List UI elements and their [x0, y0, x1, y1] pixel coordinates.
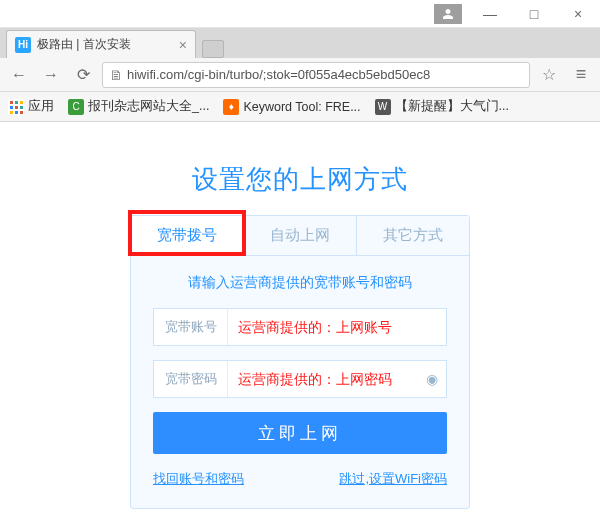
- bookmark-label: Keyword Tool: FRE...: [243, 100, 360, 114]
- address-text: hiwifi.com/cgi-bin/turbo/;stok=0f055a4ec…: [127, 67, 430, 82]
- browser-toolbar: ← → ⟳ 🗎 hiwifi.com/cgi-bin/turbo/;stok=0…: [0, 58, 600, 92]
- account-label: 宽带账号: [154, 309, 228, 345]
- tab-dhcp[interactable]: 自动上网: [244, 216, 357, 256]
- new-tab-button[interactable]: [202, 40, 224, 58]
- back-button[interactable]: ←: [6, 62, 32, 88]
- tab-close-icon[interactable]: ×: [179, 37, 187, 53]
- bookmarks-bar: 应用 C 报刊杂志网站大全_... ♦ Keyword Tool: FRE...…: [0, 92, 600, 122]
- bookmark-label: 报刊杂志网站大全_...: [88, 98, 209, 115]
- apps-label: 应用: [28, 98, 54, 115]
- bookmark-item[interactable]: ♦ Keyword Tool: FRE...: [223, 99, 360, 115]
- bookmark-item[interactable]: W 【新提醒】大气门...: [375, 98, 509, 115]
- browser-tab[interactable]: Hi 极路由 | 首次安装 ×: [6, 30, 196, 58]
- window-titlebar: — □ ×: [0, 0, 600, 28]
- forward-button[interactable]: →: [38, 62, 64, 88]
- bookmark-label: 【新提醒】大气门...: [395, 98, 509, 115]
- password-label: 宽带密码: [154, 361, 228, 397]
- bookmark-star-icon[interactable]: ☆: [536, 62, 562, 88]
- account-field: 宽带账号: [153, 308, 447, 346]
- window-close-button[interactable]: ×: [556, 0, 600, 28]
- apps-icon: [8, 99, 24, 115]
- connection-tabs: 宽带拨号 自动上网 其它方式: [131, 216, 469, 256]
- setup-card: 宽带拨号 自动上网 其它方式 请输入运营商提供的宽带账号和密码 宽带账号 宽带密…: [130, 215, 470, 509]
- password-input[interactable]: [228, 361, 446, 397]
- tab-title: 极路由 | 首次安装: [37, 36, 131, 53]
- bookmark-icon: C: [68, 99, 84, 115]
- footer-links: 找回账号和密码 跳过,设置WiFi密码: [153, 470, 447, 488]
- window-maximize-button[interactable]: □: [512, 0, 556, 28]
- form-hint: 请输入运营商提供的宽带账号和密码: [188, 274, 412, 292]
- bookmark-icon: ♦: [223, 99, 239, 115]
- account-input[interactable]: [228, 309, 446, 345]
- apps-shortcut[interactable]: 应用: [8, 98, 54, 115]
- page-title: 设置您的上网方式: [192, 162, 408, 197]
- connect-button[interactable]: 立即上网: [153, 412, 447, 454]
- window-minimize-button[interactable]: —: [468, 0, 512, 28]
- recover-account-link[interactable]: 找回账号和密码: [153, 470, 244, 488]
- tab-other[interactable]: 其它方式: [357, 216, 469, 256]
- browser-tabstrip: Hi 极路由 | 首次安装 ×: [0, 28, 600, 58]
- password-field: 宽带密码 ◉: [153, 360, 447, 398]
- address-bar[interactable]: 🗎 hiwifi.com/cgi-bin/turbo/;stok=0f055a4…: [102, 62, 530, 88]
- bookmark-icon: W: [375, 99, 391, 115]
- skip-setup-link[interactable]: 跳过,设置WiFi密码: [339, 470, 447, 488]
- reload-button[interactable]: ⟳: [70, 62, 96, 88]
- card-body: 请输入运营商提供的宽带账号和密码 宽带账号 宽带密码 ◉ 立即上网 找回账号和密…: [131, 256, 469, 508]
- site-info-icon[interactable]: 🗎: [109, 67, 123, 83]
- tab-pppoe[interactable]: 宽带拨号: [131, 216, 244, 256]
- page-content: 设置您的上网方式 宽带拨号 自动上网 其它方式 请输入运营商提供的宽带账号和密码…: [0, 122, 600, 510]
- reveal-password-icon[interactable]: ◉: [426, 371, 438, 387]
- browser-menu-icon[interactable]: ≡: [568, 62, 594, 88]
- favicon: Hi: [15, 37, 31, 53]
- account-icon[interactable]: [434, 4, 462, 24]
- bookmark-item[interactable]: C 报刊杂志网站大全_...: [68, 98, 209, 115]
